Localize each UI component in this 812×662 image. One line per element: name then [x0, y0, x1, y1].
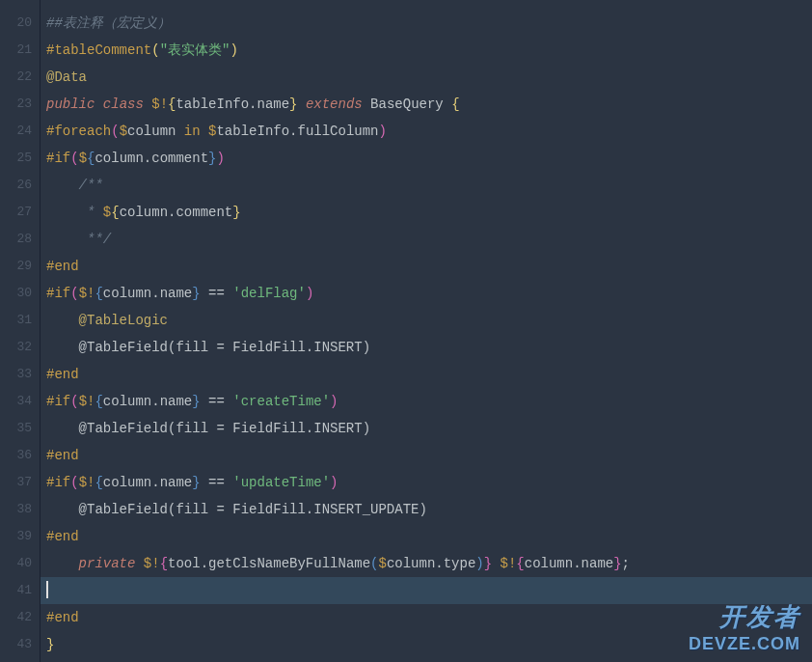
- code-token: [135, 556, 143, 571]
- code-line[interactable]: #if($!{column.name} == 'createTime'): [46, 388, 812, 415]
- code-token: {: [516, 556, 524, 571]
- code-token: column.name: [103, 286, 192, 301]
- code-token: {: [95, 475, 102, 490]
- code-line[interactable]: @Data: [46, 64, 812, 91]
- code-token: [201, 124, 208, 139]
- code-line[interactable]: #if(${column.comment}): [46, 145, 812, 172]
- line-number: 36: [0, 442, 40, 469]
- line-number: 23: [0, 91, 40, 118]
- code-line[interactable]: @TableLogic: [46, 307, 812, 334]
- code-token: #end: [46, 448, 79, 463]
- code-token: $!: [501, 556, 517, 571]
- line-number: 27: [0, 199, 40, 226]
- code-line[interactable]: #end: [46, 442, 812, 469]
- line-number: 21: [0, 37, 40, 64]
- code-line[interactable]: @TableField(fill = FieldFill.INSERT_UPDA…: [46, 496, 812, 523]
- code-line[interactable]: }: [46, 631, 812, 658]
- code-token: @TableField(fill = FieldFill.INSERT): [46, 421, 370, 436]
- code-line[interactable]: * ${column.comment}: [46, 199, 812, 226]
- code-token: $!: [79, 286, 95, 301]
- code-line[interactable]: @TableField(fill = FieldFill.INSERT): [46, 334, 812, 361]
- code-line[interactable]: /**: [46, 172, 812, 199]
- code-token: $!: [79, 394, 95, 409]
- code-token: }: [484, 556, 492, 571]
- code-token: (: [370, 556, 378, 571]
- code-token: {: [160, 556, 168, 571]
- line-number: 37: [0, 469, 40, 496]
- code-token: ): [216, 151, 224, 166]
- code-line[interactable]: ##表注释（宏定义）: [46, 10, 812, 37]
- code-token: }: [232, 205, 240, 220]
- code-token: (: [70, 475, 78, 490]
- code-token: }: [192, 286, 200, 301]
- code-token: }: [46, 637, 54, 652]
- line-number: 39: [0, 523, 40, 550]
- code-token: tool.getClsNameByFullName: [168, 556, 370, 571]
- code-line[interactable]: private $!{tool.getClsNameByFullName($co…: [46, 550, 812, 577]
- code-line[interactable]: #end: [46, 253, 812, 280]
- code-token: $!: [144, 556, 160, 571]
- line-number: 40: [0, 550, 40, 577]
- code-token: @TableField(fill = FieldFill.INSERT): [46, 340, 370, 355]
- code-token: 'delFlag': [232, 286, 306, 301]
- line-number: 29: [0, 253, 40, 280]
- code-line[interactable]: #if($!{column.name} == 'delFlag'): [46, 280, 812, 307]
- code-token: #end: [46, 529, 79, 544]
- code-token: $!: [151, 97, 168, 112]
- code-token: column.name: [525, 556, 613, 571]
- code-token: extends: [306, 97, 363, 112]
- code-token: #end: [46, 259, 79, 274]
- code-token: @TableField(fill = FieldFill.INSERT_UPDA…: [46, 502, 427, 517]
- code-line[interactable]: #if($!{column.name} == 'updateTime'): [46, 469, 812, 496]
- code-token: }: [289, 97, 297, 112]
- line-number: 35: [0, 415, 40, 442]
- code-token: [144, 97, 151, 112]
- line-number: 24: [0, 118, 40, 145]
- code-line[interactable]: #tableComment("表实体类"): [46, 37, 812, 64]
- code-token: ==: [201, 394, 233, 409]
- code-line[interactable]: **/: [46, 226, 812, 253]
- code-token: column.name: [103, 475, 192, 490]
- line-number: 42: [0, 604, 40, 631]
- code-token: tableInfo.name: [176, 97, 289, 112]
- code-token: #tableComment: [46, 42, 151, 58]
- code-token: @TableLogic: [46, 313, 168, 328]
- line-number: 43: [0, 631, 40, 658]
- code-token: ): [475, 556, 483, 571]
- code-token: column: [127, 124, 184, 139]
- code-token: ): [230, 42, 237, 58]
- code-token: #foreach: [46, 124, 111, 139]
- code-token: (: [151, 42, 159, 58]
- code-token: /**: [46, 178, 103, 193]
- code-line[interactable]: #end: [46, 604, 812, 631]
- code-token: (: [70, 394, 78, 409]
- code-token: $: [79, 151, 87, 166]
- code-editor[interactable]: 2021222324252627282930313233343536373839…: [0, 0, 812, 662]
- line-number: 30: [0, 280, 40, 307]
- line-number: 25: [0, 145, 40, 172]
- code-line[interactable]: #foreach($column in $tableInfo.fullColum…: [46, 118, 812, 145]
- code-token: column.name: [103, 394, 192, 409]
- code-token: class: [103, 97, 144, 112]
- code-line[interactable]: #end: [46, 523, 812, 550]
- code-token: #if: [46, 151, 70, 166]
- code-token: (: [70, 151, 78, 166]
- code-line[interactable]: public class $!{tableInfo.name} extends …: [46, 91, 812, 118]
- code-token: }: [192, 475, 200, 490]
- code-line[interactable]: @TableField(fill = FieldFill.INSERT): [46, 415, 812, 442]
- code-token: public: [46, 97, 95, 112]
- code-token: [46, 556, 79, 571]
- code-content-area[interactable]: ##表注释（宏定义）#tableComment("表实体类")@Datapubl…: [41, 0, 812, 662]
- code-token: ): [379, 124, 387, 139]
- line-number: 22: [0, 64, 40, 91]
- code-line[interactable]: [41, 577, 812, 604]
- code-token: column.comment: [120, 205, 233, 220]
- code-token: }: [613, 556, 621, 571]
- code-token: @Data: [46, 69, 87, 85]
- code-token: $: [379, 556, 387, 571]
- code-line[interactable]: #end: [46, 361, 812, 388]
- code-token: #if: [46, 475, 70, 490]
- code-token: [298, 97, 306, 112]
- code-token: ;: [622, 556, 630, 571]
- code-token: 'createTime': [232, 394, 330, 409]
